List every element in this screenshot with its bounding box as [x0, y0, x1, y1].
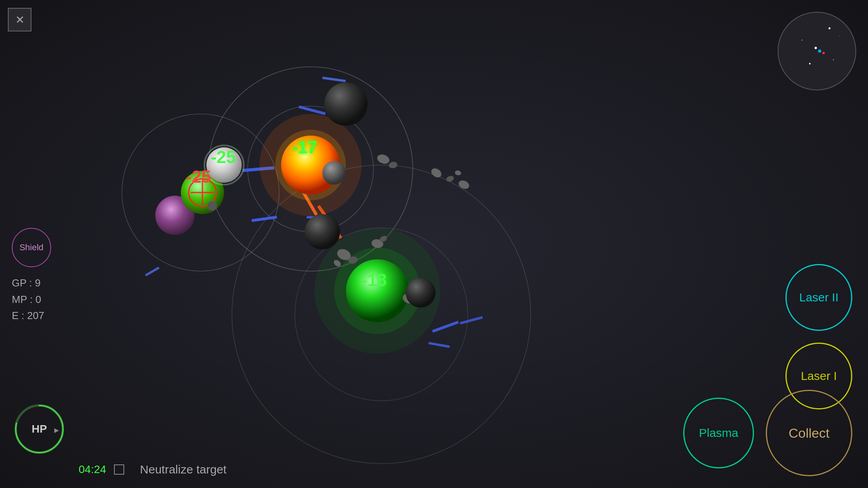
hp-label: HP [32, 423, 47, 435]
close-icon: ✕ [15, 13, 24, 26]
svg-text:-25: -25 [186, 167, 211, 186]
svg-point-58 [802, 40, 803, 41]
svg-point-57 [822, 52, 825, 54]
close-button[interactable]: ✕ [8, 8, 31, 31]
laser2-label: Laser II [799, 291, 839, 304]
laser2-button[interactable]: Laser II [785, 264, 852, 331]
action-buttons: Laser II Laser I [785, 264, 852, 409]
timer-box [114, 464, 124, 475]
svg-point-53 [815, 47, 817, 49]
stats-panel: GP : 9 MP : 0 E : 207 [12, 275, 44, 324]
bottom-right-buttons: Plasma Collect [683, 390, 852, 476]
timer-display: 04:24 [79, 463, 106, 476]
svg-text:-25: -25 [211, 147, 236, 167]
plasma-label: Plasma [699, 426, 738, 440]
svg-text:-17: -17 [292, 138, 317, 157]
svg-text:-18: -18 [362, 270, 387, 290]
svg-point-20 [346, 259, 409, 322]
collect-label: Collect [789, 426, 829, 441]
svg-point-21 [324, 83, 368, 126]
svg-point-59 [833, 59, 834, 61]
minimap [778, 12, 856, 90]
svg-point-46 [406, 278, 436, 308]
svg-point-60 [839, 36, 840, 37]
collect-button[interactable]: Collect [766, 390, 852, 476]
svg-point-56 [818, 50, 821, 53]
timer-area: 04:24 Neutralize target [79, 463, 226, 476]
hp-circle: HP [12, 402, 67, 457]
svg-point-54 [829, 28, 831, 29]
mission-text: Neutralize target [140, 463, 226, 476]
shield-button[interactable]: Shield [12, 228, 51, 267]
energy-stat: E : 207 [12, 308, 44, 324]
svg-point-55 [809, 63, 811, 64]
plasma-button[interactable]: Plasma [683, 398, 754, 468]
gp-stat: GP : 9 [12, 275, 44, 292]
svg-marker-63 [54, 428, 59, 433]
svg-point-23 [305, 214, 340, 250]
svg-point-31 [208, 201, 217, 211]
svg-point-22 [322, 161, 346, 185]
laser1-label: Laser I [801, 369, 837, 383]
shield-label: Shield [19, 242, 43, 253]
mp-stat: MP : 0 [12, 292, 44, 308]
